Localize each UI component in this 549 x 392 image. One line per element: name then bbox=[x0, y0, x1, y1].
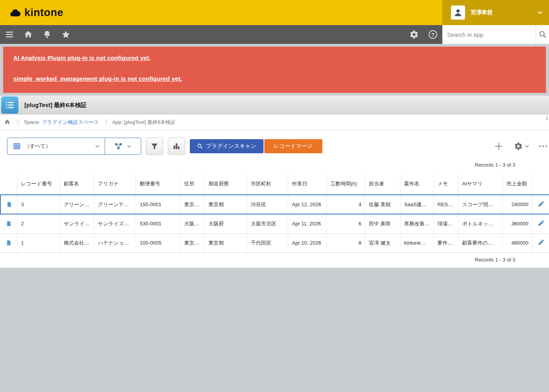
cell-work-date: Apr 11, 2026 bbox=[288, 214, 326, 233]
cell-furigana: ハテナショ… bbox=[94, 233, 136, 252]
column-header-edit bbox=[532, 173, 549, 195]
app-settings-button[interactable] bbox=[514, 142, 529, 151]
cell-furigana: サンライズ… bbox=[94, 214, 136, 233]
chart-button[interactable] bbox=[168, 138, 185, 155]
cell-prefecture: 東京都 bbox=[204, 233, 247, 252]
cell-ai-summary: スコープ明… bbox=[458, 195, 502, 214]
cell-assignee: 宮澤 健太 bbox=[365, 233, 400, 252]
graph-view-selector[interactable] bbox=[105, 138, 141, 154]
column-header-assignee[interactable]: 担当者 bbox=[365, 173, 400, 195]
cell-memo: 現場… bbox=[433, 214, 458, 233]
page: kintone 宮澤孝慈 bbox=[0, 0, 549, 392]
plugin-scan-button[interactable]: プラグインスキャン bbox=[190, 139, 264, 153]
breadcrumb-app-text: App: [plugTest] 最終6本検証 bbox=[112, 119, 176, 126]
column-header-memo[interactable]: メモ bbox=[433, 173, 458, 195]
logo-text: kintone bbox=[24, 7, 64, 19]
cell-work-date: Apr 10, 2026 bbox=[288, 233, 326, 252]
table-row[interactable]: 1 株式会社… ハテナショ… 100-0005 東京… 東京都 千代田区 Apr… bbox=[0, 233, 549, 252]
view-selector-group: （すべて） bbox=[7, 138, 141, 155]
plugin-alert-banner: AI Analysis Plugin plug-in is not config… bbox=[3, 47, 546, 93]
column-header-sales-amount[interactable]: 売上金額 bbox=[502, 173, 532, 195]
breadcrumb-home-icon[interactable] bbox=[4, 119, 11, 125]
document-icon bbox=[6, 220, 12, 226]
view-selector-label: （すべて） bbox=[25, 143, 51, 150]
search-button[interactable] bbox=[536, 25, 549, 44]
cell-work-date: Apr 12, 2026 bbox=[288, 195, 326, 214]
plus-icon bbox=[494, 141, 504, 151]
cell-city: 千代田区 bbox=[247, 233, 288, 252]
cell-customer-name: サンライ… bbox=[60, 214, 94, 233]
table-row[interactable]: 3 グリーン… グリーンテ… 150-0001 東京… 東京都 渋谷区 Apr … bbox=[0, 195, 549, 214]
search-icon bbox=[538, 30, 547, 39]
column-header-hours[interactable]: 工数時間(h) bbox=[326, 173, 365, 195]
cell-hours: 4 bbox=[326, 195, 365, 214]
favorites-star-icon[interactable] bbox=[56, 25, 75, 44]
column-header-ai-summary[interactable]: AIサマリ bbox=[458, 173, 502, 195]
filter-button[interactable] bbox=[146, 138, 163, 155]
column-header-record-number[interactable]: レコード番号 bbox=[17, 173, 60, 195]
cell-customer-name: 株式会社… bbox=[60, 233, 94, 252]
cell-zip: 100-0005 bbox=[136, 233, 180, 252]
search-input[interactable] bbox=[442, 25, 536, 44]
view-selector[interactable]: （すべて） bbox=[7, 138, 105, 154]
user-name: 宮澤孝慈 bbox=[471, 9, 493, 16]
user-menu[interactable]: 宮澤孝慈 bbox=[442, 0, 549, 25]
pencil-icon bbox=[538, 200, 545, 207]
hamburger-menu-icon[interactable] bbox=[0, 25, 19, 44]
table-row[interactable]: 2 サンライ… サンライズ… 530-0001 大阪… 大阪府 大阪市北区 Ap… bbox=[0, 214, 549, 233]
notifications-bell-icon[interactable] bbox=[38, 25, 56, 44]
column-header-project-name[interactable]: 案件名 bbox=[400, 173, 433, 195]
kintone-logo[interactable]: kintone bbox=[0, 7, 64, 19]
home-icon[interactable] bbox=[19, 25, 38, 44]
cell-sales-amount: 240000 bbox=[502, 195, 532, 214]
cell-memo: 要件… bbox=[433, 233, 458, 252]
cell-memo: RES… bbox=[433, 195, 458, 214]
column-header-address[interactable]: 住所 bbox=[180, 173, 204, 195]
edit-cell bbox=[532, 214, 549, 233]
plugin-scan-label: プラグインスキャン bbox=[206, 143, 256, 150]
add-record-button[interactable] bbox=[494, 141, 504, 151]
edit-record-button[interactable] bbox=[536, 237, 546, 249]
app-icon bbox=[1, 96, 18, 114]
app-search bbox=[442, 25, 549, 44]
record-doc-icon-cell bbox=[0, 233, 17, 252]
breadcrumb-right-fragment: 1 bbox=[545, 116, 548, 121]
cell-prefecture: 東京都 bbox=[204, 195, 247, 214]
cell-record-number: 2 bbox=[17, 214, 60, 233]
breadcrumb-space-label: Space: bbox=[24, 119, 40, 125]
table-header-row: レコード番号 顧客名 フリガナ 郵便番号 住所 都道府県 市区町村 作業日 工数… bbox=[0, 173, 549, 195]
alert-link-simple-worked[interactable]: simple_worked_management plug-in is not … bbox=[13, 75, 536, 82]
edit-record-button[interactable] bbox=[536, 199, 546, 210]
record-doc-icon-cell bbox=[0, 195, 17, 214]
alert-link-ai-analysis[interactable]: AI Analysis Plugin plug-in is not config… bbox=[13, 54, 536, 61]
column-header-zip[interactable]: 郵便番号 bbox=[136, 173, 180, 195]
top-bar: kintone 宮澤孝慈 bbox=[0, 0, 549, 25]
cell-address: 東京… bbox=[180, 233, 204, 252]
column-header-prefecture[interactable]: 都道府県 bbox=[204, 173, 247, 195]
cell-record-number: 3 bbox=[17, 195, 60, 214]
cell-assignee: 佐藤 直樹 bbox=[365, 195, 400, 214]
breadcrumb-space-link[interactable]: プラグイン検証スペース bbox=[42, 119, 98, 126]
more-options-button[interactable] bbox=[538, 141, 548, 151]
column-header-work-date[interactable]: 作業日 bbox=[288, 173, 326, 195]
graph-icon bbox=[114, 142, 123, 151]
edit-record-button[interactable] bbox=[536, 218, 546, 229]
pencil-icon bbox=[538, 220, 545, 227]
breadcrumb-separator bbox=[103, 120, 107, 124]
toolbar-right-group bbox=[494, 141, 549, 151]
cell-project-name: 業務改善… bbox=[400, 214, 433, 233]
table-view-icon bbox=[13, 142, 21, 150]
record-merge-button[interactable]: レコードマージ bbox=[264, 139, 322, 153]
column-header-customer-name[interactable]: 顧客名 bbox=[60, 173, 94, 195]
help-icon[interactable]: ? bbox=[424, 25, 442, 44]
nav-right-group: ? bbox=[405, 25, 549, 44]
cell-sales-amount: 480000 bbox=[502, 233, 532, 252]
chevron-down-icon bbox=[525, 145, 529, 148]
help-glyph: ? bbox=[431, 32, 434, 38]
column-header-city[interactable]: 市区町村 bbox=[247, 173, 288, 195]
settings-gear-icon[interactable] bbox=[405, 25, 424, 44]
cell-prefecture: 大阪府 bbox=[204, 214, 247, 233]
records-count-top: Records 1 - 3 of 3 bbox=[0, 155, 549, 173]
column-header-record-icon bbox=[0, 173, 17, 195]
column-header-furigana[interactable]: フリガナ bbox=[94, 173, 136, 195]
